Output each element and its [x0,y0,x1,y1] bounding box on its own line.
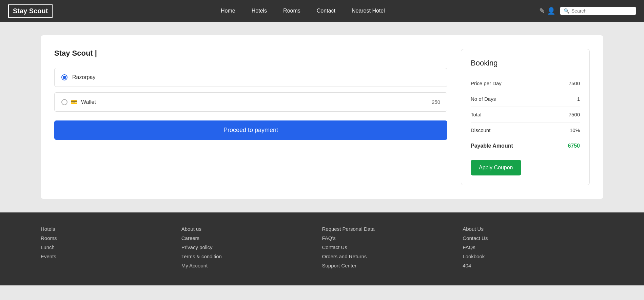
search-box: 🔍 [560,7,636,15]
apply-coupon-button[interactable]: Apply Coupon [471,160,521,175]
total-label: Total [471,112,482,117]
razorpay-label: Razorpay [72,74,95,80]
footer-privacy[interactable]: Privacy policy [181,244,322,250]
proceed-to-payment-button[interactable]: Proceed to payment [54,120,447,140]
wallet-icon: 💳 [71,99,78,105]
total-row: Total 7500 [471,107,580,123]
main-content: Stay Scout | Razorpay 💳 Wallet 250 Proce… [0,22,644,212]
footer-contact-us-2[interactable]: Contact Us [463,235,603,241]
footer-contact-us[interactable]: Contact Us [322,244,463,250]
footer-lookbook[interactable]: Lookbook [463,254,603,259]
panel-title: Stay Scout | [54,49,447,58]
nav-contact[interactable]: Contact [317,8,335,14]
discount-value: 10% [570,127,580,133]
no-of-days-value: 1 [577,96,580,102]
footer-request-data[interactable]: Request Personal Data [322,226,463,232]
footer-lunch[interactable]: Lunch [41,244,181,250]
price-per-day-row: Price per Day 7500 [471,76,580,91]
footer-orders[interactable]: Orders and Returns [322,254,463,259]
razorpay-radio[interactable] [61,74,67,80]
footer-hotels[interactable]: Hotels [41,226,181,232]
payable-row: Payable Amount 6750 [471,138,580,154]
footer-faqs[interactable]: FAQ's [322,235,463,241]
wallet-label: Wallet [81,99,96,105]
discount-row: Discount 10% [471,123,580,138]
logo[interactable]: Stay Scout [8,4,53,18]
nav-home[interactable]: Home [221,8,235,14]
discount-label: Discount [471,127,490,133]
nav-links: Home Hotels Rooms Contact Nearest Hotel [66,8,539,14]
nav-nearest-hotel[interactable]: Nearest Hotel [352,8,385,14]
wallet-option[interactable]: 💳 Wallet 250 [54,92,447,112]
left-panel: Stay Scout | Razorpay 💳 Wallet 250 Proce… [54,49,447,185]
right-panel: Booking Price per Day 7500 No of Days 1 … [461,49,590,185]
price-per-day-value: 7500 [569,80,580,86]
user-icon[interactable]: ✎ 👤 [539,7,555,15]
footer-col-4: About Us Contact Us FAQs Lookbook 404 [463,226,603,272]
nav-rooms[interactable]: Rooms [283,8,300,14]
wallet-left: 💳 Wallet [61,99,96,105]
footer-about-us-2[interactable]: About Us [463,226,603,232]
footer-terms[interactable]: Terms & condition [181,254,322,259]
footer-my-account[interactable]: My Account [181,263,322,268]
payable-label: Payable Amount [471,143,513,149]
footer-rooms[interactable]: Rooms [41,235,181,241]
booking-card: Stay Scout | Razorpay 💳 Wallet 250 Proce… [41,35,603,199]
footer-col-1: Hotels Rooms Lunch Events [41,226,181,272]
footer-faqs-2[interactable]: FAQs [463,244,603,250]
wallet-radio[interactable] [61,99,67,105]
footer-about-us[interactable]: About us [181,226,322,232]
nav-right: ✎ 👤 🔍 [539,7,636,15]
price-per-day-label: Price per Day [471,80,502,86]
search-input[interactable] [571,8,632,14]
nav-hotels[interactable]: Hotels [252,8,267,14]
footer-col-3: Request Personal Data FAQ's Contact Us O… [322,226,463,272]
footer-events[interactable]: Events [41,254,181,259]
no-of-days-row: No of Days 1 [471,91,580,107]
footer-404[interactable]: 404 [463,263,603,268]
footer-careers[interactable]: Careers [181,235,322,241]
razorpay-option[interactable]: Razorpay [54,68,447,87]
footer-support[interactable]: Support Center [322,263,463,268]
footer: Hotels Rooms Lunch Events About us Caree… [0,212,644,285]
navbar: Stay Scout Home Hotels Rooms Contact Nea… [0,0,644,22]
footer-col-2: About us Careers Privacy policy Terms & … [181,226,322,272]
total-value: 7500 [569,112,580,117]
booking-title: Booking [471,59,580,68]
payable-value: 6750 [568,143,580,149]
no-of-days-label: No of Days [471,96,496,102]
search-icon: 🔍 [564,8,569,14]
wallet-balance: 250 [432,99,440,105]
